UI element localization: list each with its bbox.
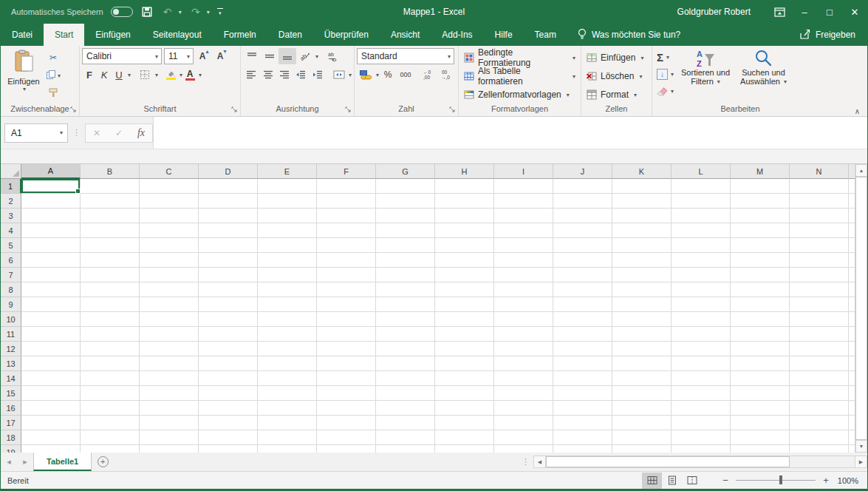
cell-B12[interactable]: [81, 342, 140, 356]
delete-cells-button[interactable]: Löschen ▾: [584, 67, 646, 85]
align-top-button[interactable]: [243, 48, 261, 64]
cell-D10[interactable]: [199, 312, 258, 327]
cell-M12[interactable]: [731, 342, 790, 356]
cell-G15[interactable]: [376, 386, 435, 401]
cell-E10[interactable]: [258, 312, 317, 327]
cell-F16[interactable]: [317, 401, 376, 416]
cell-M9[interactable]: [731, 297, 790, 312]
cell-H7[interactable]: [435, 268, 494, 282]
cell-G1[interactable]: [376, 179, 435, 194]
tab-formeln[interactable]: Formeln: [213, 24, 267, 46]
cell-A4[interactable]: [21, 223, 81, 238]
cell-G11[interactable]: [376, 327, 435, 342]
cell-C14[interactable]: [140, 371, 199, 386]
tell-me-search[interactable]: Was möchten Sie tun?: [578, 24, 680, 46]
formula-bar-grip[interactable]: ⋮: [68, 128, 85, 138]
alignment-dialog-launcher-icon[interactable]: [345, 105, 352, 116]
cell-D2[interactable]: [199, 194, 258, 209]
column-header-G[interactable]: G: [376, 164, 435, 179]
row-header-6[interactable]: 6: [1, 253, 21, 268]
cell-H17[interactable]: [435, 416, 494, 430]
font-color-caret-icon[interactable]: ▾: [199, 72, 202, 78]
font-family-combo[interactable]: Calibri ▾: [82, 48, 162, 64]
decrease-decimal-button[interactable]: 00 →,0: [437, 67, 455, 83]
cell-H12[interactable]: [435, 342, 494, 356]
cell-C7[interactable]: [140, 268, 199, 282]
wrap-text-button[interactable]: ab: [324, 48, 341, 64]
cell-K15[interactable]: [612, 386, 671, 401]
cell-N7[interactable]: [790, 268, 849, 282]
vertical-scrollbar[interactable]: ▲ ▼: [855, 164, 867, 453]
cell-I14[interactable]: [494, 371, 553, 386]
cell-K9[interactable]: [612, 297, 671, 312]
cell-E3[interactable]: [258, 209, 317, 223]
cell-E7[interactable]: [258, 268, 317, 282]
cell-N19[interactable]: [790, 445, 849, 453]
cell-K7[interactable]: [612, 268, 671, 282]
cell-G6[interactable]: [376, 253, 435, 268]
column-header-I[interactable]: I: [494, 164, 553, 179]
normal-view-button[interactable]: [642, 473, 662, 489]
cell-G14[interactable]: [376, 371, 435, 386]
tab-datei[interactable]: Datei: [1, 24, 44, 46]
align-right-button[interactable]: [276, 67, 293, 83]
cell-D11[interactable]: [199, 327, 258, 342]
cell-F17[interactable]: [317, 416, 376, 430]
cell-I5[interactable]: [494, 238, 553, 253]
row-header-4[interactable]: 4: [1, 223, 21, 238]
column-header-B[interactable]: B: [81, 164, 140, 179]
orientation-button[interactable]: ab: [296, 48, 314, 64]
close-button[interactable]: ✕: [842, 0, 867, 24]
cell-D6[interactable]: [199, 253, 258, 268]
cell-J9[interactable]: [553, 297, 612, 312]
cell-J10[interactable]: [553, 312, 612, 327]
cell-F6[interactable]: [317, 253, 376, 268]
cell-I8[interactable]: [494, 282, 553, 297]
find-select-button[interactable]: Suchen und Auswählen ▾: [735, 48, 792, 104]
clipboard-dialog-launcher-icon[interactable]: [70, 105, 77, 116]
cell-F7[interactable]: [317, 268, 376, 282]
cell-K17[interactable]: [612, 416, 671, 430]
sheet-next-icon[interactable]: ▸: [17, 453, 33, 471]
cell-I7[interactable]: [494, 268, 553, 282]
cell-I6[interactable]: [494, 253, 553, 268]
font-size-combo[interactable]: 11 ▾: [164, 48, 194, 64]
cell-M7[interactable]: [731, 268, 790, 282]
cell-B2[interactable]: [81, 194, 140, 209]
insert-cells-button[interactable]: Einfügen ▾: [584, 49, 646, 67]
cell-B10[interactable]: [81, 312, 140, 327]
cell-G4[interactable]: [376, 223, 435, 238]
cell-K4[interactable]: [612, 223, 671, 238]
column-header-L[interactable]: L: [671, 164, 731, 179]
cell-F9[interactable]: [317, 297, 376, 312]
cell-I17[interactable]: [494, 416, 553, 430]
cell-G9[interactable]: [376, 297, 435, 312]
cell-B3[interactable]: [81, 209, 140, 223]
cell-D9[interactable]: [199, 297, 258, 312]
cell-L18[interactable]: [671, 430, 731, 445]
column-header-J[interactable]: J: [553, 164, 612, 179]
cell-I1[interactable]: [494, 179, 553, 194]
cell-C1[interactable]: [140, 179, 199, 194]
cell-N14[interactable]: [790, 371, 849, 386]
cell-H6[interactable]: [435, 253, 494, 268]
borders-button[interactable]: [136, 67, 154, 83]
undo-caret-icon[interactable]: ▾: [179, 9, 182, 16]
cell-K18[interactable]: [612, 430, 671, 445]
cell-E15[interactable]: [258, 386, 317, 401]
cell-B14[interactable]: [81, 371, 140, 386]
cell-K12[interactable]: [612, 342, 671, 356]
cell-E18[interactable]: [258, 430, 317, 445]
cell-K13[interactable]: [612, 356, 671, 371]
tab-addins[interactable]: Add-Ins: [431, 24, 483, 46]
cell-K19[interactable]: [612, 445, 671, 453]
underline-caret-icon[interactable]: ▾: [128, 72, 131, 78]
cell-C8[interactable]: [140, 282, 199, 297]
cell-D8[interactable]: [199, 282, 258, 297]
vertical-scroll-thumb[interactable]: [855, 177, 867, 440]
cell-A9[interactable]: [21, 297, 81, 312]
cell-J13[interactable]: [553, 356, 612, 371]
cell-E13[interactable]: [258, 356, 317, 371]
cell-L4[interactable]: [671, 223, 731, 238]
horizontal-scrollbar[interactable]: ◀ ▶: [533, 453, 867, 471]
